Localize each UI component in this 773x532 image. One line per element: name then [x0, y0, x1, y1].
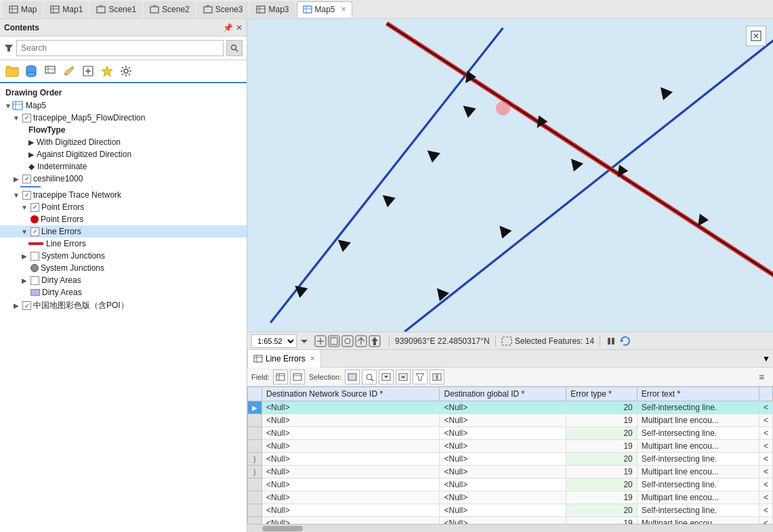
tree-item-system-junctions-group[interactable]: ▶ System Junctions	[0, 250, 247, 262]
bottom-panel-tabs: Line Errors ✕ ▼	[247, 350, 773, 368]
h-scroll-bar[interactable]	[247, 524, 773, 532]
cell-error_text: Multipart line encou...	[637, 440, 759, 453]
tree-item-tracepipe-flow[interactable]: ▼ tracepipe_Map5_FlowDirection	[0, 112, 247, 124]
tree-item-ceshiline[interactable]: ▶ ceshiline1000	[0, 173, 247, 185]
add-icon[interactable]	[80, 63, 96, 79]
tab-scene3[interactable]: Scene3	[197, 1, 249, 18]
layer-icon[interactable]	[42, 63, 58, 79]
tree-item-indeterminate[interactable]: ◆ Indeterminate	[0, 160, 247, 173]
scale-select[interactable]: 1:65.521:1001:5001:1000	[251, 334, 297, 348]
filter-records-btn[interactable]	[413, 370, 427, 384]
tree-item-against-dig[interactable]: ▶ Against Digitized Direction	[0, 148, 247, 160]
map5-tree-icon	[12, 101, 23, 110]
pause-icon[interactable]	[606, 336, 617, 347]
panel-collapse-icon[interactable]: ▼	[759, 354, 773, 363]
tree-item-dirty-areas-group[interactable]: ▶ Dirty Areas	[0, 274, 247, 286]
table-row[interactable]: }<Null><Null>20Self-intersecting line.<	[248, 453, 773, 466]
tab-bar: Map Map1 Scene1 Scene2 Scene3 Map3 Map5 …	[0, 0, 773, 19]
tab-map5[interactable]: Map5 ✕	[297, 1, 352, 18]
table-row[interactable]: <Null><Null>20Self-intersecting line.<	[248, 427, 773, 440]
nav-icon-4[interactable]	[355, 335, 367, 347]
svg-point-32	[124, 69, 128, 73]
switch-selection-btn[interactable]	[379, 370, 394, 384]
checkbox-tracepipe-trace[interactable]	[22, 191, 31, 200]
th-error-text[interactable]: Error text *	[637, 387, 759, 401]
expand-tracepipe-flow[interactable]: ▼	[12, 114, 20, 122]
tree-label-indeterminate: Indeterminate	[37, 162, 87, 171]
nav-icon-3[interactable]	[341, 335, 354, 347]
expand-tracepipe-trace[interactable]: ▼	[12, 191, 20, 199]
tree-item-point-errors-group[interactable]: ▼ Point Errors	[0, 201, 247, 213]
checkbox-line-errors-group[interactable]	[30, 227, 39, 236]
pin-icon[interactable]: 📌	[223, 23, 233, 32]
table-row[interactable]: <Null><Null>19Multipart line encou...<	[248, 517, 773, 525]
clear-selection-btn[interactable]	[396, 370, 411, 384]
table-row[interactable]: <Null><Null>20Self-intersecting line.<	[248, 479, 773, 491]
table-menu-btn[interactable]: ≡	[754, 370, 769, 384]
checkbox-china-map[interactable]	[22, 301, 31, 310]
expand-line-errors[interactable]: ▼	[20, 227, 28, 236]
folder-icon[interactable]	[4, 63, 20, 79]
tab-line-errors[interactable]: Line Errors ✕	[247, 350, 321, 368]
show-related-btn[interactable]	[430, 370, 444, 384]
tree-item-with-dig[interactable]: ▶ With Digitized Direction	[0, 136, 247, 148]
scroll-thumb[interactable]	[262, 526, 303, 531]
checkbox-dirty-areas-group[interactable]	[30, 276, 39, 285]
refresh-icon[interactable]	[619, 336, 630, 347]
th-dest-global[interactable]: Destination global ID *	[440, 387, 566, 401]
cell-error_text: Self-intersecting line.	[637, 401, 759, 414]
tree-item-map5[interactable]: ▼ Map5	[0, 99, 247, 112]
table-row[interactable]: <Null><Null>19Multipart line encou...<	[248, 440, 773, 453]
checkbox-ceshiline[interactable]	[22, 175, 31, 183]
sidebar: Contents 📌 ✕	[0, 19, 247, 532]
tab-line-errors-close[interactable]: ✕	[310, 355, 315, 362]
hide-field-btn[interactable]	[290, 370, 305, 384]
add-field-btn[interactable]	[273, 370, 288, 384]
select-zoom-btn[interactable]	[362, 370, 377, 384]
expand-dirty-areas[interactable]: ▶	[20, 276, 28, 284]
search-button[interactable]	[226, 40, 243, 56]
expand-system-junctions[interactable]: ▶	[20, 252, 28, 260]
search-input[interactable]	[16, 40, 224, 56]
expand-map5[interactable]: ▼	[4, 102, 12, 110]
th-error-type[interactable]: Error type *	[566, 387, 638, 401]
tab-map[interactable]: Map	[3, 1, 43, 18]
th-dest-network[interactable]: Destination Network Source ID *	[262, 387, 440, 401]
tab-scene1[interactable]: Scene1	[90, 1, 142, 18]
table-row[interactable]: <Null><Null>19Multipart line encou...<	[248, 491, 773, 504]
map-area[interactable]	[247, 19, 773, 332]
tree-item-china-map[interactable]: ▶ 中国地图彩色版（含POI）	[0, 298, 247, 313]
edit-icon[interactable]	[61, 63, 77, 79]
map5-icon	[303, 5, 312, 14]
table-row[interactable]: <Null><Null>19Multipart line encou...<	[248, 414, 773, 427]
corner-expand-icon[interactable]	[746, 26, 766, 46]
expand-ceshiline[interactable]: ▶	[12, 175, 20, 183]
nav-icon-2[interactable]	[328, 335, 340, 347]
tree-item-tracepipe-trace[interactable]: ▼ tracepipe Trace Network	[0, 189, 247, 201]
checkbox-point-errors-group[interactable]	[30, 203, 39, 212]
table-row[interactable]: <Null><Null>20Self-intersecting line.<	[248, 504, 773, 517]
database-icon[interactable]	[23, 63, 39, 79]
table-row[interactable]: ▶<Null><Null>20Self-intersecting line.<	[248, 401, 773, 414]
settings-icon[interactable]	[118, 63, 134, 79]
expand-point-errors[interactable]: ▼	[20, 203, 28, 211]
close-sidebar-icon[interactable]: ✕	[236, 23, 243, 32]
select-all-btn[interactable]	[345, 370, 360, 384]
tab-map3-label: Map3	[268, 5, 289, 14]
bottom-panel: Line Errors ✕ ▼ Field: Se	[247, 349, 773, 532]
tab-map5-close[interactable]: ✕	[341, 5, 346, 13]
nav-icon-1[interactable]	[314, 335, 327, 347]
expand-china-map[interactable]: ▶	[12, 302, 20, 310]
table-container[interactable]: Destination Network Source ID * Destinat…	[247, 386, 773, 524]
tab-map3[interactable]: Map3	[250, 1, 295, 18]
star-icon[interactable]	[99, 63, 115, 79]
checkbox-system-junctions-group[interactable]	[30, 252, 39, 261]
tree-item-line-errors-group[interactable]: ▼ Line Errors	[0, 225, 247, 238]
nav-icon-5[interactable]	[369, 335, 381, 347]
checkbox-tracepipe-flow[interactable]	[22, 114, 31, 123]
tab-map1[interactable]: Map1	[44, 1, 89, 18]
tab-scene2[interactable]: Scene2	[144, 1, 196, 18]
tree-label-flowtype: FlowType	[28, 125, 65, 135]
table-row[interactable]: }<Null><Null>19Multipart line encou...<	[248, 466, 773, 479]
nav-icons-group	[314, 335, 381, 347]
